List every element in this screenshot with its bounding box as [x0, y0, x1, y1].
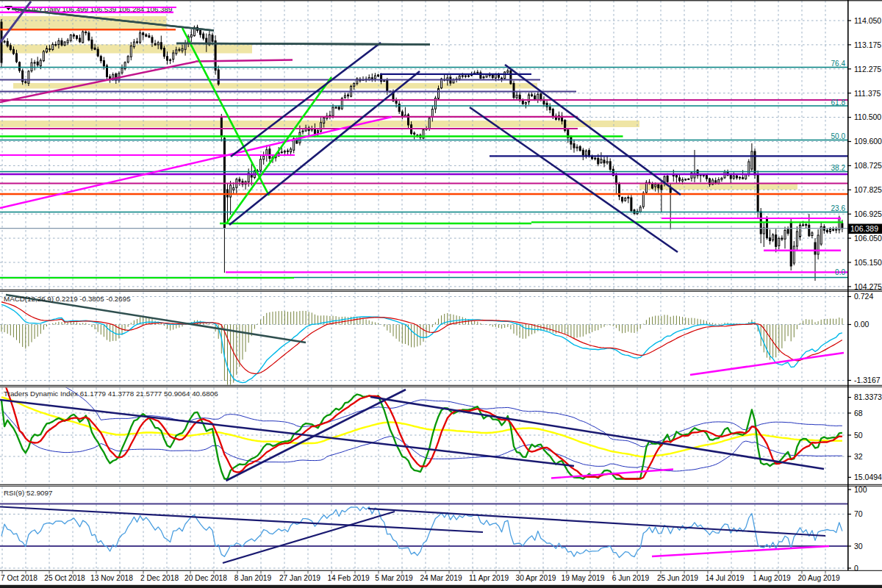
svg-text:113.175: 113.175 — [854, 40, 881, 49]
svg-text:RSI(9) 52.9097: RSI(9) 52.9097 — [4, 489, 52, 497]
svg-text:15.0494: 15.0494 — [854, 473, 882, 481]
svg-text:14 Feb 2019: 14 Feb 2019 — [327, 574, 370, 582]
svg-text:107.825: 107.825 — [854, 185, 882, 194]
svg-text:19 May 2019: 19 May 2019 — [562, 574, 605, 582]
svg-text:0: 0 — [854, 564, 858, 573]
svg-text:105.150: 105.150 — [854, 258, 882, 267]
svg-text:20 Aug 2019: 20 Aug 2019 — [797, 574, 840, 582]
svg-text:25 Jun 2019: 25 Jun 2019 — [657, 574, 698, 582]
svg-text:81.3373: 81.3373 — [854, 392, 882, 401]
svg-text:6 Jun 2019: 6 Jun 2019 — [612, 574, 650, 582]
svg-text:20 Dec 2018: 20 Dec 2018 — [184, 574, 227, 582]
svg-text:8 Jan 2019: 8 Jan 2019 — [234, 574, 272, 582]
svg-text:76.4: 76.4 — [831, 60, 846, 68]
svg-text:32: 32 — [854, 452, 863, 461]
svg-text:0.00: 0.00 — [854, 320, 870, 329]
svg-text:25 Oct 2018: 25 Oct 2018 — [44, 574, 85, 582]
svg-text:-1.3167: -1.3167 — [854, 376, 881, 384]
svg-text:14 Jul 2019: 14 Jul 2019 — [706, 574, 745, 582]
svg-text:30: 30 — [854, 542, 863, 551]
svg-text:MACD(12,26,9) 0.2219 -0.3805 -: MACD(12,26,9) 0.2219 -0.3805 -0.2695 — [4, 295, 131, 303]
svg-text:61.8: 61.8 — [831, 98, 846, 107]
svg-text:1 Aug 2019: 1 Aug 2019 — [753, 574, 791, 582]
svg-text:Traders Dynamic Index 61.1779: Traders Dynamic Index 61.1779 41.3778 21… — [4, 390, 218, 398]
svg-text:100: 100 — [854, 485, 867, 494]
svg-text:114.050: 114.050 — [854, 16, 881, 25]
svg-text:68: 68 — [854, 409, 863, 417]
svg-text:27 Jan 2019: 27 Jan 2019 — [279, 574, 320, 582]
svg-text:106.389: 106.389 — [850, 224, 878, 233]
svg-text:0.0: 0.0 — [835, 268, 845, 276]
svg-text:13 Nov 2018: 13 Nov 2018 — [90, 574, 133, 582]
svg-text:112.275: 112.275 — [854, 65, 881, 74]
svg-text:5 Mar 2019: 5 Mar 2019 — [375, 574, 413, 582]
svg-text:108.725: 108.725 — [854, 161, 882, 170]
svg-text:70: 70 — [854, 509, 863, 518]
svg-text:30 Apr 2019: 30 Apr 2019 — [516, 574, 556, 582]
svg-text:106.050: 106.050 — [854, 234, 882, 243]
svg-text:38.2: 38.2 — [831, 164, 846, 172]
svg-text:104.275: 104.275 — [854, 282, 882, 291]
svg-text:109.600: 109.600 — [854, 137, 882, 146]
svg-text:111.375: 111.375 — [854, 89, 881, 98]
svg-text:0.724: 0.724 — [854, 292, 873, 301]
svg-text:50: 50 — [854, 431, 863, 440]
svg-text:2 Dec 2018: 2 Dec 2018 — [140, 574, 179, 582]
svg-text:50.0: 50.0 — [831, 132, 846, 140]
svg-text:7 Oct 2018: 7 Oct 2018 — [1, 574, 37, 582]
svg-text:106.925: 106.925 — [854, 209, 882, 218]
svg-text:110.500: 110.500 — [854, 112, 881, 121]
svg-text:11 Apr 2019: 11 Apr 2019 — [469, 574, 509, 582]
svg-text:24 Mar 2019: 24 Mar 2019 — [420, 574, 462, 582]
svg-text:23.6: 23.6 — [831, 204, 846, 212]
